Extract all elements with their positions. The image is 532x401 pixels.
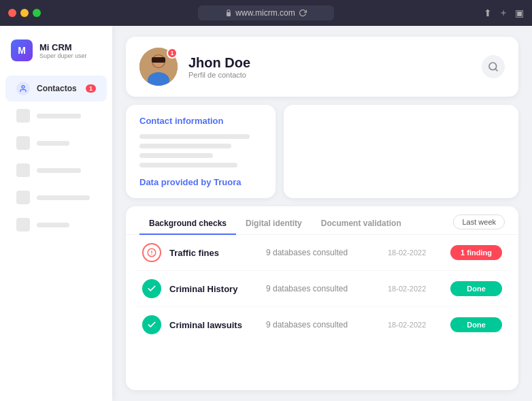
check-databases-traffic: 9 databases consulted <box>266 248 380 257</box>
check-badge-criminal-history: Done <box>450 281 502 296</box>
checks-panel: Background checks Digital identity Docum… <box>126 206 518 390</box>
title-bar: www.micrm.com ⬆ ＋ ▣ <box>0 0 532 26</box>
check-name-traffic: Traffic fines <box>169 248 258 258</box>
check-date-criminal-history: 18-02-2022 <box>388 285 442 293</box>
placeholder-icon-1 <box>16 109 30 123</box>
check-databases-lawsuits: 9 databases consulted <box>266 320 380 330</box>
brand-name: Mi CRM <box>39 42 87 52</box>
content-area: 1 Jhon Doe Perfil de contacto Contact in… <box>112 26 532 401</box>
check-icon-lawsuits-svg <box>147 320 156 330</box>
sidebar-placeholder-1 <box>5 103 107 129</box>
cards-row: Contact information Data provided by Tru… <box>126 105 518 198</box>
titlebar-actions: ⬆ ＋ ▣ <box>484 7 524 19</box>
tab-document-validation[interactable]: Document validation <box>312 213 411 235</box>
brand-area: M Mi CRM Super duper user <box>0 33 112 72</box>
svg-rect-6 <box>152 57 165 63</box>
warning-icon <box>142 243 161 262</box>
contact-info-title: Contact information <box>139 116 262 126</box>
minimize-button[interactable] <box>20 9 29 17</box>
share-icon[interactable]: ⬆ <box>484 7 492 18</box>
sidebar-toggle-icon[interactable]: ▣ <box>515 7 524 18</box>
checks-list: Traffic fines 9 databases consulted 18-0… <box>126 235 518 342</box>
right-info-card <box>284 105 518 198</box>
check-row-criminal-lawsuits: Criminal lawsuits 9 databases consulted … <box>137 307 508 342</box>
svg-rect-0 <box>227 12 231 16</box>
traffic-lights <box>8 9 41 17</box>
tabs-bar: Background checks Digital identity Docum… <box>126 206 518 235</box>
info-line-4 <box>139 163 237 167</box>
avatar-wrapper: 1 <box>139 48 178 86</box>
sidebar-item-label: Contactos <box>37 84 77 93</box>
placeholder-line <box>37 141 69 146</box>
info-lines <box>139 134 262 167</box>
tab-digital-identity[interactable]: Digital identity <box>236 213 312 235</box>
check-date-lawsuits: 18-02-2022 <box>388 321 442 329</box>
profile-header: 1 Jhon Doe Perfil de contacto <box>126 37 518 97</box>
check-icon-svg <box>147 284 156 293</box>
placeholder-icon-3 <box>16 163 30 177</box>
placeholder-icon-5 <box>16 218 30 231</box>
sidebar-placeholder-3 <box>5 157 107 183</box>
brand-info: Mi CRM Super duper user <box>39 42 87 59</box>
data-provided-label: Data provided by Truora <box>139 177 262 187</box>
check-date-traffic: 18-02-2022 <box>388 248 442 257</box>
tab-background-checks[interactable]: Background checks <box>139 213 236 235</box>
placeholder-line <box>37 114 81 118</box>
profile-info: Jhon Doe Perfil de contacto <box>188 55 250 79</box>
placeholder-line <box>37 195 90 200</box>
close-button[interactable] <box>8 9 16 17</box>
brand-subtitle: Super duper user <box>39 52 87 59</box>
circle-warning-icon <box>147 248 156 257</box>
sidebar-placeholder-5 <box>5 212 107 238</box>
check-badge-traffic: 1 finding <box>450 245 502 260</box>
svg-point-1 <box>22 86 24 89</box>
sidebar: M Mi CRM Super duper user Contactos 1 <box>0 26 112 401</box>
placeholder-icon-4 <box>16 191 30 204</box>
brand-logo: M <box>11 39 33 61</box>
placeholder-icon-2 <box>16 136 30 150</box>
url-text: www.micrm.com <box>235 8 295 18</box>
avatar-notification-badge: 1 <box>167 48 178 59</box>
add-tab-icon[interactable]: ＋ <box>499 7 508 19</box>
reload-icon[interactable] <box>299 9 307 17</box>
contact-info-card: Contact information Data provided by Tru… <box>126 105 276 198</box>
info-line-3 <box>139 153 213 158</box>
profile-subtitle: Perfil de contacto <box>188 71 250 79</box>
check-name-lawsuits: Criminal lawsuits <box>169 320 258 330</box>
sidebar-item-contactos[interactable]: Contactos 1 <box>5 76 107 101</box>
check-badge-lawsuits: Done <box>450 317 502 332</box>
placeholder-line <box>37 223 69 227</box>
person-icon <box>16 82 30 95</box>
profile-search-button[interactable] <box>482 55 505 78</box>
check-row-criminal-history: Criminal History 9 databases consulted 1… <box>137 271 508 307</box>
done-icon-criminal-history <box>142 279 161 298</box>
profile-name: Jhon Doe <box>188 55 250 71</box>
sidebar-item-badge: 1 <box>86 84 96 93</box>
check-name-criminal-history: Criminal History <box>169 284 258 294</box>
done-icon-lawsuits <box>142 315 161 334</box>
sidebar-nav: Contactos 1 <box>0 72 112 241</box>
check-row-traffic-fines: Traffic fines 9 databases consulted 18-0… <box>137 235 508 271</box>
search-icon <box>488 61 499 72</box>
filter-button[interactable]: Last week <box>453 214 505 229</box>
lock-icon <box>225 9 232 17</box>
check-databases-criminal-history: 9 databases consulted <box>266 284 380 293</box>
address-bar[interactable]: www.micrm.com <box>198 5 334 20</box>
info-line-1 <box>139 134 250 139</box>
sidebar-placeholder-2 <box>5 130 107 156</box>
main-layout: M Mi CRM Super duper user Contactos 1 <box>0 26 532 401</box>
placeholder-line <box>37 168 81 173</box>
svg-line-8 <box>495 69 497 71</box>
sidebar-placeholder-4 <box>5 185 107 210</box>
info-line-2 <box>139 144 231 148</box>
maximize-button[interactable] <box>33 9 41 17</box>
